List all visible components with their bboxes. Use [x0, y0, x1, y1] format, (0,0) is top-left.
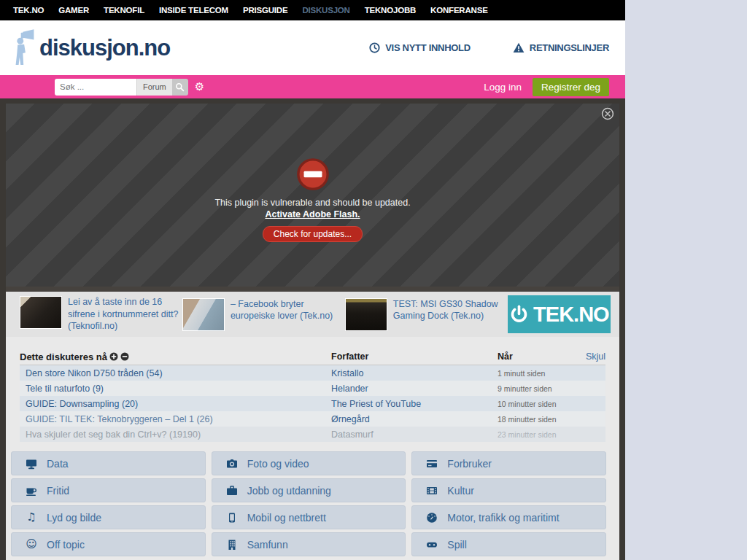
top-nav: TEK.NO GAMER TEKNOFIL INSIDE TELECOM PRI…	[0, 0, 625, 20]
column-header-when: Når	[498, 351, 513, 362]
megaphone-person-icon	[13, 29, 36, 67]
expand-icon[interactable]	[109, 352, 118, 361]
music-icon: ♫	[26, 512, 37, 523]
topnav-item-diskusjon[interactable]: DISKUSJON	[295, 6, 357, 15]
building-icon	[226, 539, 238, 551]
category-data[interactable]: Data	[11, 451, 206, 475]
guidelines-label: RETNINGSLINJER	[530, 42, 609, 53]
topnav-item-teknojobb[interactable]: TEKNOJOBB	[357, 6, 423, 15]
table-row: GUIDE: Downsampling (20) The Priest of Y…	[20, 396, 605, 411]
search-settings-gear-icon[interactable]: ⚙	[195, 82, 204, 93]
page-content: This plugin is vulnerable and should be …	[6, 104, 619, 560]
topic-link[interactable]: GUIDE: Downsampling (20)	[20, 399, 331, 409]
category-label: Foto og video	[247, 458, 309, 470]
search-input[interactable]	[55, 79, 136, 96]
time-ago: 1 minutt siden	[498, 369, 605, 378]
discussion-rows: Den store Nikon D750 tråden (54) Kristal…	[20, 365, 605, 442]
topic-link[interactable]: Hva skjuler det seg bak din Ctrl+v? (191…	[20, 429, 331, 440]
category-label: Jobb og utdanning	[247, 485, 331, 497]
author-link[interactable]: Ørnegård	[331, 414, 498, 424]
category-kultur[interactable]: Kultur	[411, 478, 606, 502]
category-forbruker[interactable]: Forbruker	[411, 451, 606, 475]
close-icon[interactable]	[601, 107, 614, 120]
auth-links: Logg inn Registrer deg	[484, 78, 609, 96]
desktop-background: TEK.NO GAMER TEKNOFIL INSIDE TELECOM PRI…	[0, 0, 747, 560]
camera-icon	[226, 458, 238, 470]
topnav-item-prisguide[interactable]: PRISGUIDE	[236, 6, 295, 15]
topic-link[interactable]: GUIDE: TIL TEK: Teknobryggeren – Del 1 (…	[20, 414, 331, 424]
author-link[interactable]: Kristallo	[331, 368, 498, 378]
forum-category-grid: Data Foto og video Forbruker	[6, 451, 619, 556]
site-logo[interactable]: diskusjon.no	[13, 29, 170, 67]
table-row: Tele til naturfoto (9) Helander 9 minutt…	[20, 381, 605, 396]
activate-flash-link[interactable]: Activate Adobe Flash.	[265, 209, 360, 219]
topnav-item-gamer[interactable]: GAMER	[51, 6, 96, 15]
topnav-item-konferanse[interactable]: KONFERANSE	[423, 6, 495, 15]
category-foto-og-video[interactable]: Foto og video	[212, 451, 406, 475]
category-spill[interactable]: Spill	[411, 532, 606, 556]
category-off-topic[interactable]: ☺ Off topic	[11, 532, 206, 556]
author-link[interactable]: Helander	[331, 384, 498, 394]
category-samfunn[interactable]: Samfunn	[212, 532, 406, 556]
search-icon	[175, 82, 185, 92]
news-thumbnail	[345, 298, 387, 331]
hide-link[interactable]: Skjul	[586, 351, 605, 362]
category-label: Lyd og bilde	[47, 512, 101, 524]
search-scope-button[interactable]: Forum	[136, 79, 172, 96]
mobile-icon	[226, 512, 238, 524]
category-motor-trafikk-og-maritimt[interactable]: Motor, trafikk og maritimt	[411, 505, 606, 529]
gauge-icon	[426, 512, 438, 524]
topnav-item-inside-telecom[interactable]: INSIDE TELECOM	[152, 6, 236, 15]
discussion-header-row: Dette diskuteres nå Forfatter Når Skjul	[20, 349, 605, 365]
category-label: Kultur	[447, 485, 474, 497]
coffee-icon	[26, 485, 37, 497]
collapse-icon[interactable]	[120, 352, 129, 361]
register-button[interactable]: Registrer deg	[533, 78, 609, 96]
news-title[interactable]: TEST: MSI GS30 Shadow Gaming Dock (Tek.n…	[393, 298, 508, 323]
table-row: Hva skjuler det seg bak din Ctrl+v? (191…	[20, 427, 605, 442]
discussion-now-section: Dette diskuteres nå Forfatter Når Skjul	[6, 349, 619, 442]
topic-link[interactable]: Tele til naturfoto (9)	[20, 384, 331, 394]
news-title[interactable]: Lei av å taste inn de 16 sifrene i kortn…	[68, 296, 182, 333]
divider	[6, 287, 619, 292]
monitor-icon	[26, 458, 37, 470]
news-title[interactable]: – Facebook bryter europeiske lover (Tek.…	[231, 298, 345, 323]
time-ago: 9 minutter siden	[498, 384, 605, 393]
news-thumbnail	[182, 298, 225, 331]
category-mobil-og-nettbrett[interactable]: Mobil og nettbrett	[212, 505, 406, 529]
tekno-logo[interactable]: TEK.NO	[508, 295, 611, 333]
author-link[interactable]: The Priest of YouTube	[331, 399, 498, 409]
category-label: Spill	[447, 539, 466, 551]
topic-link[interactable]: Den store Nikon D750 tråden (54)	[20, 368, 331, 378]
logo-text: diskusjon.no	[39, 35, 170, 61]
topnav-item-tekno[interactable]: TEK.NO	[6, 6, 51, 15]
category-label: Fritid	[47, 485, 69, 497]
browser-window: TEK.NO GAMER TEKNOFIL INSIDE TELECOM PRI…	[0, 0, 625, 560]
category-fritid[interactable]: Fritid	[11, 478, 206, 502]
table-row: Den store Nikon D750 tråden (54) Kristal…	[20, 365, 605, 381]
category-label: Motor, trafikk og maritimt	[447, 512, 559, 524]
login-link[interactable]: Logg inn	[484, 82, 522, 93]
column-header-author: Forfatter	[331, 351, 498, 362]
briefcase-icon	[226, 485, 238, 497]
news-item[interactable]: Lei av å taste inn de 16 sifrene i kortn…	[20, 296, 182, 333]
author-link[interactable]: Datasmurf	[331, 429, 498, 440]
show-new-content-link[interactable]: VIS NYTT INNHOLD	[369, 42, 471, 53]
time-ago: 10 minutter siden	[498, 400, 605, 408]
blocked-plugin-icon	[296, 158, 330, 191]
search-button[interactable]	[172, 79, 188, 96]
topnav-item-teknofil[interactable]: TEKNOFIL	[96, 6, 152, 15]
guidelines-link[interactable]: RETNINGSLINJER	[513, 42, 609, 53]
check-updates-button[interactable]: Check for updates...	[263, 226, 363, 242]
plugin-message-block: This plugin is vulnerable and should be …	[6, 158, 619, 242]
warning-triangle-icon	[513, 42, 525, 53]
blocked-plugin-area: This plugin is vulnerable and should be …	[6, 104, 619, 287]
news-item[interactable]: TEST: MSI GS30 Shadow Gaming Dock (Tek.n…	[345, 298, 508, 331]
header-links: VIS NYTT INNHOLD RETNINGSLINJER	[369, 42, 609, 53]
category-jobb-og-utdanning[interactable]: Jobb og utdanning	[212, 478, 406, 502]
news-item[interactable]: – Facebook bryter europeiske lover (Tek.…	[182, 298, 345, 331]
site-header: diskusjon.no VIS NYTT INNHOLD RETNINGSLI…	[0, 20, 625, 75]
category-lyd-og-bilde[interactable]: ♫ Lyd og bilde	[11, 505, 206, 529]
news-strip: Lei av å taste inn de 16 sifrene i kortn…	[6, 292, 619, 337]
credit-card-icon	[426, 458, 438, 470]
